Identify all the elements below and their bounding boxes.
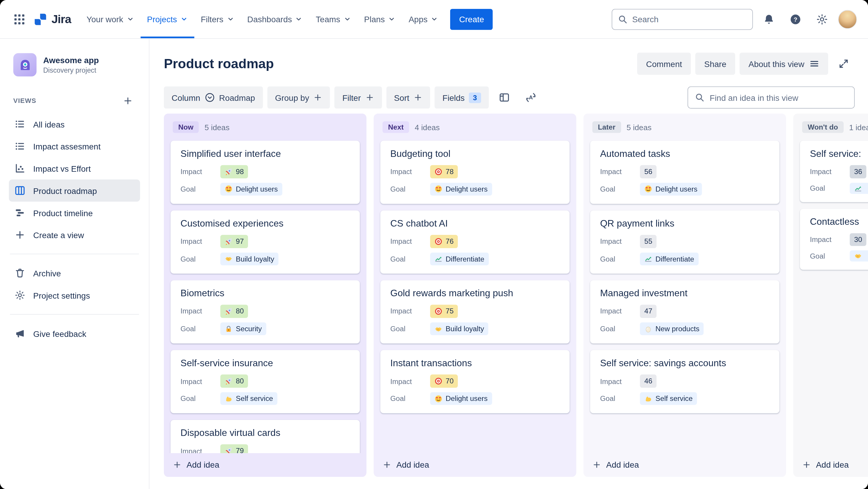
sidebar-item-create-a-view[interactable]: Create a view [9, 224, 140, 246]
impact-row: Impact79 [181, 444, 350, 453]
impact-badge: 46 [640, 375, 657, 387]
svg-text:A: A [529, 94, 533, 100]
idea-card[interactable]: Self-service insuranceImpact80GoalSelf s… [170, 350, 360, 413]
impact-badge: 97 [220, 235, 248, 248]
idea-card[interactable]: Self service: savings accountsImpact46Go… [590, 350, 779, 413]
idea-card[interactable]: Disposable virtual cardsImpact79 [170, 420, 360, 453]
plus-icon [802, 460, 811, 469]
target-icon [434, 308, 442, 315]
fullscreen-button[interactable] [832, 53, 855, 75]
find-idea-input[interactable] [710, 93, 847, 102]
add-view-button[interactable] [120, 93, 135, 109]
add-idea-label: Add idea [606, 460, 639, 469]
primary-nav: Your workProjectsFiltersDashboardsTeamsP… [80, 0, 445, 38]
filter-button[interactable]: Filter [335, 86, 382, 109]
impact-label: Impact [810, 235, 849, 244]
idea-card[interactable]: Gold rewards marketing pushImpact75GoalB… [380, 281, 569, 344]
global-search-input[interactable] [632, 15, 747, 24]
idea-title: Contactless [810, 217, 868, 227]
column-selector[interactable]: Column Roadmap [164, 86, 263, 109]
add-idea-label: Add idea [396, 460, 429, 469]
sidebar-item-all-ideas[interactable]: All ideas [9, 113, 140, 135]
idea-card[interactable]: Automated tasksImpact56GoalDelight users [590, 141, 779, 204]
goal-row: GoalSecurity [181, 322, 350, 336]
sidebar-item-product-timeline[interactable]: Product timeline [9, 202, 140, 224]
nav-item-label: Teams [316, 15, 341, 24]
chevron-circle-icon [205, 92, 215, 103]
chevron-down-icon [127, 16, 134, 23]
impact-row: Impact70 [390, 375, 560, 387]
add-idea-button[interactable]: Add idea [584, 453, 786, 477]
idea-card[interactable]: Instant transactionsImpact70GoalDelight … [380, 350, 569, 413]
idea-card[interactable]: QR payment linksImpact55GoalDifferentiat… [590, 210, 779, 274]
comment-button[interactable]: Comment [637, 53, 691, 75]
sidebar-item-project-settings[interactable]: Project settings [9, 284, 140, 306]
nav-item-your-work[interactable]: Your work [80, 0, 141, 38]
column-header: Later5 ideas [584, 114, 786, 140]
global-search[interactable] [612, 9, 753, 30]
create-button[interactable]: Create [450, 9, 493, 30]
idea-card[interactable]: Self service:Impact36Goal [800, 141, 868, 202]
add-idea-button[interactable]: Add idea [374, 453, 577, 477]
top-navigation: Jira Your workProjectsFiltersDashboardsT… [0, 0, 868, 39]
nav-item-plans[interactable]: Plans [358, 0, 402, 38]
give-feedback-button[interactable]: Give feedback [9, 322, 140, 345]
impact-label: Impact [600, 168, 640, 176]
about-view-button[interactable]: About this view [740, 53, 828, 75]
plus-icon [382, 460, 392, 469]
board-settings-button[interactable] [493, 86, 515, 109]
idea-card[interactable]: BiometricsImpact80GoalSecurity [170, 281, 360, 344]
nav-item-dashboards[interactable]: Dashboards [241, 0, 309, 38]
impact-label: Impact [390, 307, 430, 316]
filter-label: Filter [342, 93, 361, 102]
idea-card[interactable]: CS chatbot AIImpact76GoalDifferentiate [380, 210, 569, 274]
fields-label: Fields [442, 93, 465, 102]
impact-badge: 78 [430, 165, 458, 178]
sidebar-item-impact-assesment[interactable]: Impact assesment [9, 135, 140, 157]
project-header[interactable]: Awesome app Discovery project [9, 53, 140, 76]
rocket-icon [225, 447, 232, 453]
sidebar-item-label: Impact vs Effort [33, 164, 91, 173]
goal-row: GoalDelight users [390, 392, 560, 405]
impact-label: Impact [181, 447, 220, 453]
sidebar-item-archive[interactable]: Archive [9, 262, 140, 284]
impact-label: Impact [181, 237, 220, 246]
help-button[interactable]: ? [785, 9, 806, 30]
impact-label: Impact [600, 307, 640, 316]
idea-card[interactable]: Managed investmentImpact47GoalNew produc… [590, 281, 779, 344]
add-idea-button[interactable]: Add idea [793, 453, 868, 477]
fields-button[interactable]: Fields 3 [435, 86, 489, 109]
nav-item-projects[interactable]: Projects [141, 0, 194, 38]
settings-button[interactable] [811, 9, 832, 30]
nav-item-teams[interactable]: Teams [309, 0, 358, 38]
notifications-button[interactable] [758, 9, 779, 30]
idea-card[interactable]: Customised experiencesImpact97GoalBuild … [170, 210, 360, 274]
impact-badge: 56 [640, 165, 657, 178]
idea-card[interactable]: Budgeting toolImpact78GoalDelight users [380, 141, 569, 204]
group-by-button[interactable]: Group by [267, 86, 330, 109]
sort-button[interactable]: Sort [386, 86, 430, 109]
idea-card[interactable]: ContactlessImpact30Goal [800, 208, 868, 270]
impact-badge: 55 [640, 235, 657, 248]
nav-item-filters[interactable]: Filters [194, 0, 241, 38]
sidebar-item-impact-vs-effort[interactable]: Impact vs Effort [9, 157, 140, 180]
view-header-actions: Comment Share About this view [637, 53, 855, 75]
jira-logo[interactable]: Jira [33, 12, 71, 26]
goal-label: Goal [600, 185, 640, 193]
nav-item-label: Apps [409, 15, 428, 24]
target-icon [434, 377, 442, 385]
find-idea-search[interactable] [687, 86, 855, 109]
app-switcher-button[interactable] [9, 9, 30, 30]
add-idea-button[interactable]: Add idea [164, 453, 367, 477]
heart-eyes-icon [225, 185, 232, 193]
sidebar-item-label: Project settings [33, 291, 90, 300]
heart-eyes-icon [434, 395, 442, 402]
goal-value: Security [236, 324, 262, 334]
sidebar-item-product-roadmap[interactable]: Product roadmap [9, 179, 140, 202]
idea-card[interactable]: Simplified user interfaceImpact98GoalDel… [170, 141, 360, 204]
share-button[interactable]: Share [695, 53, 735, 75]
nav-item-apps[interactable]: Apps [402, 0, 444, 38]
sort-rank-button[interactable]: A [520, 86, 542, 109]
goal-value: Build loyalty [236, 254, 274, 264]
user-avatar[interactable] [838, 10, 857, 29]
